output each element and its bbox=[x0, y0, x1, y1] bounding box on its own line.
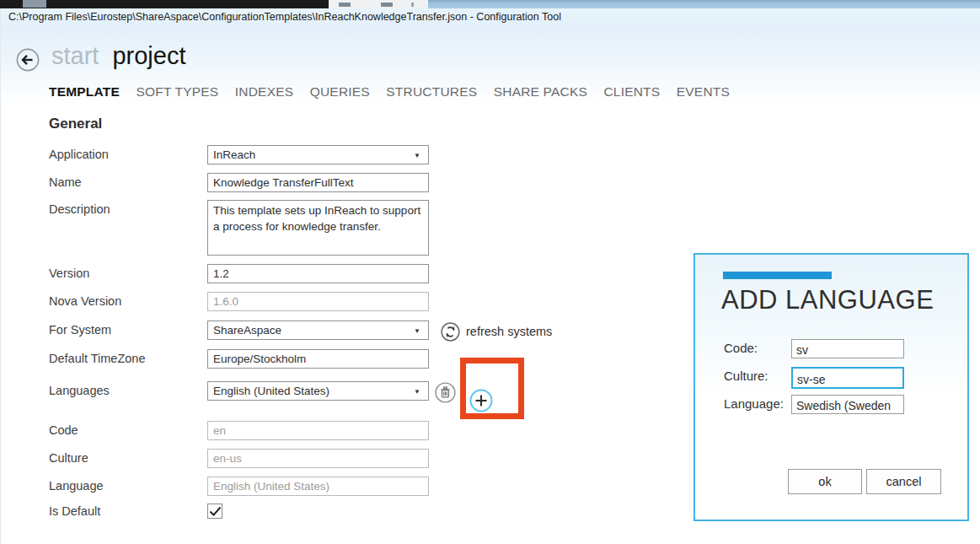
tab-clients[interactable]: CLIENTS bbox=[603, 84, 660, 100]
default-timezone-input[interactable] bbox=[207, 349, 429, 369]
application-dropdown[interactable]: InReach ▼ bbox=[207, 145, 429, 164]
back-arrow-icon bbox=[16, 48, 40, 72]
tab-bar: TEMPLATE SOFT TYPES INDEXES QUERIES STRU… bbox=[49, 84, 742, 100]
code-input bbox=[207, 421, 429, 440]
page-title: startproject bbox=[51, 42, 185, 70]
version-label: Version bbox=[49, 267, 89, 280]
chevron-down-icon: ▼ bbox=[414, 152, 420, 159]
default-timezone-label: Default TimeZone bbox=[49, 352, 145, 365]
refresh-systems-label[interactable]: refresh systems bbox=[466, 325, 552, 338]
background-window-taskbar-fragment bbox=[329, 0, 428, 8]
code-label: Code bbox=[49, 423, 78, 437]
description-textarea[interactable]: This template sets up InReach to support… bbox=[207, 200, 429, 256]
chevron-down-icon: ▼ bbox=[414, 388, 420, 396]
languages-dropdown[interactable]: English (United States) ▼ bbox=[207, 381, 429, 401]
language-input bbox=[207, 477, 429, 496]
application-label: Application bbox=[49, 148, 109, 161]
background-window-notch bbox=[23, 0, 46, 8]
back-button[interactable] bbox=[16, 48, 40, 72]
background-icon bbox=[339, 3, 351, 7]
ok-button[interactable]: ok bbox=[788, 469, 862, 494]
culture-label: Culture bbox=[49, 451, 88, 465]
dialog-code-label: Code: bbox=[724, 341, 758, 355]
languages-label: Languages bbox=[49, 384, 110, 397]
dialog-title: ADD LANGUAGE bbox=[721, 285, 934, 315]
tab-template[interactable]: TEMPLATE bbox=[49, 84, 120, 100]
dialog-accent-bar bbox=[723, 272, 832, 279]
nova-version-input bbox=[207, 292, 429, 311]
section-title-general: General bbox=[49, 116, 102, 132]
tab-queries[interactable]: QUERIES bbox=[310, 84, 370, 100]
tab-structures[interactable]: STRUCTURES bbox=[386, 84, 477, 100]
dialog-code-input[interactable] bbox=[791, 339, 904, 358]
name-label: Name bbox=[49, 175, 82, 189]
add-language-dialog: ADD LANGUAGE Code: Culture: Language: ok… bbox=[693, 253, 969, 521]
cancel-button[interactable]: cancel bbox=[866, 469, 941, 494]
breadcrumb-current: project bbox=[112, 42, 185, 69]
delete-language-button[interactable] bbox=[435, 382, 456, 403]
background-window-strip-dark bbox=[0, 0, 329, 8]
is-default-label: Is Default bbox=[49, 504, 100, 518]
dialog-language-input[interactable] bbox=[791, 395, 904, 414]
refresh-systems-button[interactable] bbox=[441, 322, 460, 342]
trash-icon bbox=[435, 382, 456, 403]
name-input[interactable] bbox=[207, 173, 429, 192]
plus-icon bbox=[469, 389, 493, 412]
tab-indexes[interactable]: INDEXES bbox=[235, 84, 293, 100]
window-title: C:\Program Files\Eurostep\ShareAspace\Co… bbox=[8, 11, 561, 23]
nova-version-label: Nova Version bbox=[49, 294, 121, 308]
language-label: Language bbox=[49, 479, 104, 493]
dialog-language-label: Language: bbox=[724, 396, 784, 411]
tab-events[interactable]: EVENTS bbox=[677, 84, 730, 100]
background-window-strip-blue bbox=[428, 0, 980, 8]
application-value: InReach bbox=[213, 148, 255, 161]
is-default-checkbox[interactable] bbox=[207, 504, 222, 519]
for-system-value: ShareAspace bbox=[213, 324, 281, 337]
check-icon bbox=[209, 506, 222, 517]
culture-input bbox=[207, 449, 429, 468]
dialog-culture-input[interactable] bbox=[791, 367, 904, 389]
description-label: Description bbox=[49, 202, 110, 216]
tab-soft-types[interactable]: SOFT TYPES bbox=[136, 84, 218, 100]
tab-share-packs[interactable]: SHARE PACKS bbox=[494, 84, 587, 100]
for-system-dropdown[interactable]: ShareAspace ▼ bbox=[207, 320, 429, 340]
version-input[interactable] bbox=[207, 264, 429, 283]
background-icon bbox=[381, 3, 393, 7]
add-language-button[interactable] bbox=[469, 389, 493, 412]
dialog-culture-label: Culture: bbox=[724, 369, 768, 383]
breadcrumb-start[interactable]: start bbox=[51, 42, 99, 69]
for-system-label: For System bbox=[49, 323, 111, 337]
chevron-down-icon: ▼ bbox=[414, 327, 420, 335]
refresh-icon bbox=[441, 322, 460, 342]
background-divider bbox=[411, 3, 414, 7]
languages-value: English (United States) bbox=[213, 385, 329, 397]
